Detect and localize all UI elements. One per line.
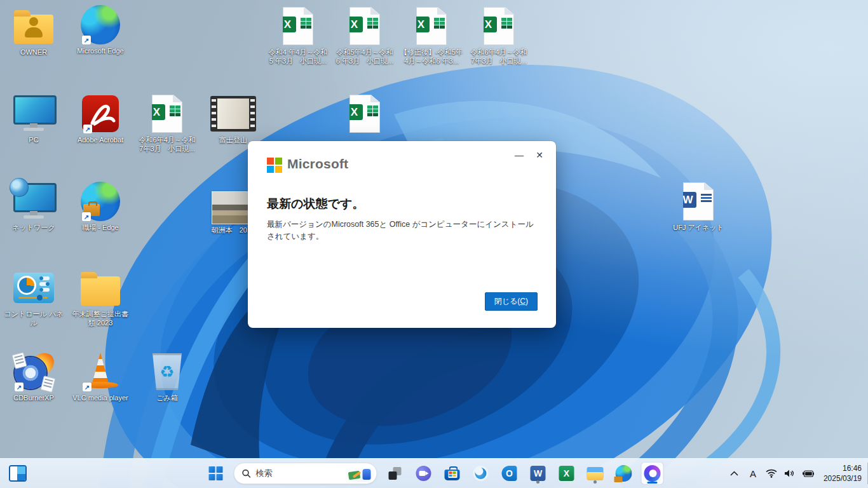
icon-label: コントロール パネル bbox=[3, 310, 65, 328]
shortcut-arrow-icon: ↗ bbox=[15, 383, 24, 391]
desktop-icon-pc[interactable]: PC bbox=[3, 93, 65, 145]
dialog-title: 最新の状態です。 bbox=[267, 196, 364, 212]
wifi-button[interactable] bbox=[766, 467, 777, 480]
word-file-icon: W bbox=[683, 180, 714, 222]
cdburnerxp-icon: ↗ bbox=[13, 351, 54, 393]
taskbar: 検索 O W bbox=[0, 458, 868, 488]
icon-label: UFJ アイネット bbox=[673, 224, 724, 233]
shortcut-arrow-icon: ↗ bbox=[83, 383, 92, 391]
chat-video-icon bbox=[416, 466, 431, 481]
close-dialog-button[interactable]: 閉じる(C) bbox=[485, 292, 538, 311]
briefcase-icon bbox=[614, 477, 623, 482]
taskbar-center: 検索 O W bbox=[205, 459, 663, 488]
control-panel-icon bbox=[13, 267, 54, 309]
desktop-icon-microsoft-edge[interactable]: ↗ Microsoft Edge bbox=[69, 4, 132, 56]
start-button[interactable] bbox=[205, 463, 227, 484]
edge-work-taskbar-button[interactable] bbox=[613, 463, 635, 484]
icon-label: 令和4 年4月～令和 5 年3月 小口現... bbox=[269, 48, 327, 66]
icon-label: 富士登山 bbox=[219, 136, 247, 145]
icon-label: OWNER bbox=[20, 48, 47, 57]
icon-label: Microsoft Edge bbox=[77, 47, 123, 56]
excel-file-icon: X bbox=[283, 5, 313, 47]
dialog-body-text: 最新バージョンのMicrosoft 365と Office がコンピューターにイ… bbox=[267, 219, 541, 243]
desktop-icon-owner[interactable]: OWNER bbox=[3, 5, 65, 57]
speaker-icon bbox=[784, 469, 795, 478]
excel-file-icon: X bbox=[484, 5, 514, 47]
desktop-icon-excel-r4[interactable]: X 令和4 年4月～令和 5 年3月 小口現... bbox=[267, 5, 329, 66]
excel-icon: X bbox=[559, 466, 574, 481]
tray-overflow-button[interactable] bbox=[729, 467, 740, 480]
word-icon: W bbox=[531, 466, 546, 481]
desktop-icon-recycle-bin[interactable]: ♻ ごみ箱 bbox=[136, 351, 198, 403]
icon-label: 令和6年4月～令和 7年3月 小口現... bbox=[470, 48, 527, 66]
crescent-app-icon bbox=[473, 466, 489, 481]
desktop-icon-video-fuji[interactable]: 富士登山 bbox=[202, 93, 264, 145]
excel-button[interactable]: X bbox=[556, 463, 578, 484]
shortcut-arrow-icon: ↗ bbox=[83, 125, 92, 133]
store-bag-icon bbox=[445, 466, 460, 480]
office-update-dialog: — ✕ Microsoft 最新の状態です。 最新バージョンのMicrosoft… bbox=[248, 141, 556, 328]
search-icon bbox=[242, 469, 251, 478]
volume-button[interactable] bbox=[784, 467, 796, 480]
edge-icon: ↗ bbox=[81, 4, 120, 46]
desktop-icon-excel-r5[interactable]: X 令和5年4月～令和 6 年3月 小口現... bbox=[334, 5, 396, 66]
close-icon[interactable]: ✕ bbox=[531, 147, 548, 163]
desktop-icon-control-panel[interactable]: コントロール パネル bbox=[3, 267, 65, 328]
ime-mode-indicator[interactable]: A bbox=[747, 467, 759, 480]
word-button[interactable]: W bbox=[527, 463, 549, 484]
microsoft-logo bbox=[267, 158, 282, 173]
search-placeholder: 検索 bbox=[256, 468, 346, 479]
excel-file-icon: X bbox=[349, 5, 380, 47]
desktop-icon-adobe-acrobat[interactable]: ↗ Adobe Acrobat bbox=[69, 93, 132, 145]
desktop-icon-cdburnerxp[interactable]: ↗ CDBurnerXP bbox=[3, 351, 65, 403]
icon-label: 職場 - Edge bbox=[82, 224, 118, 233]
search-box[interactable]: 検索 bbox=[234, 463, 377, 484]
battery-charging-icon bbox=[803, 470, 814, 478]
file-explorer-button[interactable] bbox=[585, 463, 606, 484]
desktop-icon-excel-behind-dialog[interactable]: X bbox=[334, 93, 396, 135]
tray-date: 2025/03/19 bbox=[824, 473, 862, 484]
desktop-icon-excel-r6[interactable]: X 令和6年4月～令和 7年3月 小口現... bbox=[136, 93, 198, 154]
microsoft-store-button[interactable] bbox=[442, 463, 463, 484]
edge-work-icon: ↗ bbox=[81, 180, 120, 222]
desktop-icon-word-ufj[interactable]: W UFJ アイネット bbox=[667, 180, 729, 233]
crescent-app-button[interactable] bbox=[470, 463, 492, 484]
folder-icon bbox=[81, 267, 120, 309]
battery-button[interactable] bbox=[803, 467, 814, 480]
excel-file-icon: X bbox=[349, 93, 380, 135]
chevron-up-icon bbox=[730, 471, 738, 476]
icon-label: 令和5年4月～令和 6 年3月 小口現... bbox=[336, 48, 393, 66]
pc-monitor-icon bbox=[13, 93, 54, 135]
active-window-indicator bbox=[648, 482, 658, 484]
search-highlight-image bbox=[346, 465, 374, 482]
icon-label: VLC media player bbox=[72, 394, 128, 403]
minimize-button[interactable]: — bbox=[510, 147, 528, 163]
recycle-bin-icon: ♻ bbox=[151, 351, 183, 393]
desktop-icon-network[interactable]: ネットワーク bbox=[3, 180, 65, 233]
outlook-button[interactable]: O bbox=[499, 463, 520, 484]
wifi-icon bbox=[766, 469, 777, 478]
desktop-icon-edge-work[interactable]: ↗ 職場 - Edge bbox=[69, 180, 132, 233]
task-view-button[interactable] bbox=[384, 463, 406, 484]
vlc-cone-icon: ↗ bbox=[81, 351, 119, 393]
icon-label: CDBurnerXP bbox=[13, 394, 54, 403]
microsoft-365-button[interactable] bbox=[642, 463, 663, 484]
file-explorer-icon bbox=[587, 467, 604, 480]
windows-logo-icon bbox=[209, 466, 223, 480]
icon-label: PC bbox=[29, 136, 38, 145]
excel-file-icon: X bbox=[152, 93, 182, 135]
running-indicator bbox=[536, 480, 539, 484]
desktop-icon-excel-fixed[interactable]: X 【修正後】-令和5年 4月～令和6 年3... bbox=[400, 5, 463, 66]
chat-button[interactable] bbox=[413, 463, 435, 484]
clock[interactable]: 16:46 2025/03/19 bbox=[824, 463, 862, 484]
shortcut-arrow-icon: ↗ bbox=[82, 212, 91, 221]
icon-label: 令和6年4月～令和 7年3月 小口現... bbox=[139, 136, 195, 154]
task-view-icon bbox=[389, 467, 402, 480]
icon-label: 【修正後】-令和5年 4月～令和6 年3... bbox=[400, 48, 463, 66]
desktop-icon-excel-r6b[interactable]: X 令和6年4月～令和 7年3月 小口現... bbox=[468, 5, 530, 66]
desktop-icon-vlc[interactable]: ↗ VLC media player bbox=[69, 351, 132, 403]
running-indicator bbox=[593, 480, 597, 484]
system-tray: A bbox=[729, 459, 862, 488]
widgets-button[interactable] bbox=[9, 464, 27, 482]
desktop-icon-folder-nenmatsu[interactable]: 年末調整ご提出書 類 2023 bbox=[69, 267, 132, 328]
